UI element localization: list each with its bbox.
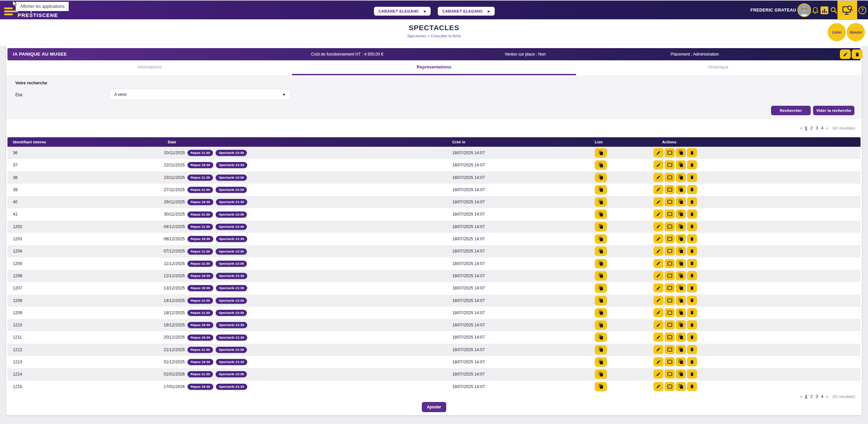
- edit-button[interactable]: [653, 160, 664, 169]
- duplicate-button[interactable]: [676, 160, 686, 169]
- ticket-button[interactable]: [665, 271, 675, 280]
- duplicate-button[interactable]: [676, 345, 686, 354]
- pagination-prev-icon[interactable]: ‹: [800, 394, 802, 399]
- structure-selector-1[interactable]: CABARET ELEGANC▶: [374, 7, 431, 16]
- duplicate-button[interactable]: [676, 320, 686, 329]
- pagination-page-4[interactable]: 4: [821, 394, 824, 399]
- duplicate-button[interactable]: [676, 148, 686, 157]
- ticket-button[interactable]: [665, 357, 675, 366]
- delete-button[interactable]: [687, 357, 697, 366]
- edit-button[interactable]: [653, 222, 664, 231]
- copy-link-button[interactable]: [595, 246, 607, 256]
- edit-record-button[interactable]: [840, 49, 851, 59]
- delete-button[interactable]: [687, 259, 697, 268]
- ajouter-fab-button[interactable]: Ajouter: [847, 23, 865, 41]
- duplicate-button[interactable]: [676, 296, 686, 305]
- help-icon[interactable]: ?: [859, 6, 866, 14]
- delete-record-button[interactable]: [852, 49, 863, 59]
- delete-button[interactable]: [687, 320, 697, 329]
- duplicate-button[interactable]: [676, 332, 686, 342]
- search-icon[interactable]: [830, 6, 837, 14]
- ticket-button[interactable]: [665, 246, 675, 256]
- pagination-page-4[interactable]: 4: [821, 126, 824, 130]
- copy-link-button[interactable]: [595, 308, 607, 318]
- delete-button[interactable]: [687, 369, 697, 379]
- edit-button[interactable]: [653, 234, 664, 243]
- tab-representations[interactable]: Représentations: [292, 60, 576, 75]
- duplicate-button[interactable]: [676, 234, 686, 243]
- edit-button[interactable]: [653, 357, 664, 366]
- ticket-button[interactable]: [665, 197, 675, 206]
- ticket-button[interactable]: [665, 308, 675, 317]
- duplicate-button[interactable]: [676, 222, 686, 231]
- copy-link-button[interactable]: [595, 259, 607, 268]
- pagination-next-icon[interactable]: ›: [827, 125, 828, 130]
- copy-link-button[interactable]: [595, 234, 607, 244]
- duplicate-button[interactable]: [676, 369, 686, 379]
- rechercher-button[interactable]: Rechercher: [771, 106, 811, 115]
- ticket-button[interactable]: [665, 345, 675, 354]
- pagination-page-3[interactable]: 3: [816, 394, 818, 399]
- edit-button[interactable]: [653, 345, 664, 354]
- copy-link-button[interactable]: [595, 357, 607, 367]
- delete-button[interactable]: [687, 234, 697, 243]
- pagination-page-2[interactable]: 2: [810, 126, 813, 130]
- delete-button[interactable]: [687, 160, 697, 169]
- stats-chart-icon[interactable]: [821, 6, 828, 14]
- duplicate-button[interactable]: [676, 259, 686, 268]
- ticket-button[interactable]: [665, 148, 675, 157]
- delete-button[interactable]: [687, 296, 697, 305]
- pagination-page-3[interactable]: 3: [816, 126, 818, 130]
- copy-link-button[interactable]: [595, 197, 607, 207]
- structure-selector-2[interactable]: CABARET ELEGANC▶: [438, 7, 494, 16]
- delete-button[interactable]: [687, 173, 697, 182]
- delete-button[interactable]: [687, 332, 697, 342]
- copy-link-button[interactable]: [595, 209, 607, 219]
- duplicate-button[interactable]: [676, 308, 686, 317]
- pagination-page-2[interactable]: 2: [810, 394, 813, 399]
- duplicate-button[interactable]: [676, 382, 686, 391]
- edit-button[interactable]: [653, 369, 664, 379]
- edit-button[interactable]: [653, 259, 664, 268]
- vider-recherche-button[interactable]: Vider la recherche: [813, 106, 854, 115]
- delete-button[interactable]: [687, 185, 697, 194]
- duplicate-button[interactable]: [676, 185, 686, 194]
- copy-link-button[interactable]: [595, 222, 607, 231]
- copy-link-button[interactable]: [595, 320, 607, 330]
- edit-button[interactable]: [653, 185, 664, 194]
- delete-button[interactable]: [687, 283, 697, 292]
- ticket-button[interactable]: [665, 222, 675, 231]
- delete-button[interactable]: [687, 222, 697, 231]
- edit-button[interactable]: [653, 246, 664, 256]
- ticket-button[interactable]: [665, 382, 675, 391]
- delete-button[interactable]: [687, 345, 697, 354]
- duplicate-button[interactable]: [676, 197, 686, 206]
- ticket-button[interactable]: [665, 209, 675, 219]
- ticket-button[interactable]: [665, 283, 675, 292]
- edit-button[interactable]: [653, 271, 664, 280]
- copy-link-button[interactable]: [595, 173, 607, 182]
- duplicate-button[interactable]: [676, 271, 686, 280]
- ticket-button[interactable]: [665, 160, 675, 169]
- copy-link-button[interactable]: [595, 296, 607, 305]
- delete-button[interactable]: [687, 209, 697, 219]
- edit-button[interactable]: [653, 320, 664, 329]
- ticket-button[interactable]: [665, 173, 675, 182]
- copy-link-button[interactable]: [595, 283, 607, 293]
- delete-button[interactable]: [687, 271, 697, 280]
- delete-button[interactable]: [687, 308, 697, 317]
- edit-button[interactable]: [653, 173, 664, 182]
- user-name[interactable]: FREDERIC GRATEAU: [750, 8, 796, 13]
- ticket-button[interactable]: [665, 185, 675, 194]
- pagination-page-1[interactable]: 1: [805, 394, 807, 399]
- edit-button[interactable]: [653, 296, 664, 305]
- ticket-button[interactable]: [665, 259, 675, 268]
- ticket-button[interactable]: [665, 296, 675, 305]
- ticket-button[interactable]: [665, 332, 675, 342]
- edit-button[interactable]: [653, 197, 664, 206]
- copy-link-button[interactable]: [595, 345, 607, 355]
- edit-button[interactable]: [653, 283, 664, 292]
- delete-button[interactable]: [687, 148, 697, 157]
- duplicate-button[interactable]: [676, 357, 686, 366]
- copy-link-button[interactable]: [595, 382, 607, 391]
